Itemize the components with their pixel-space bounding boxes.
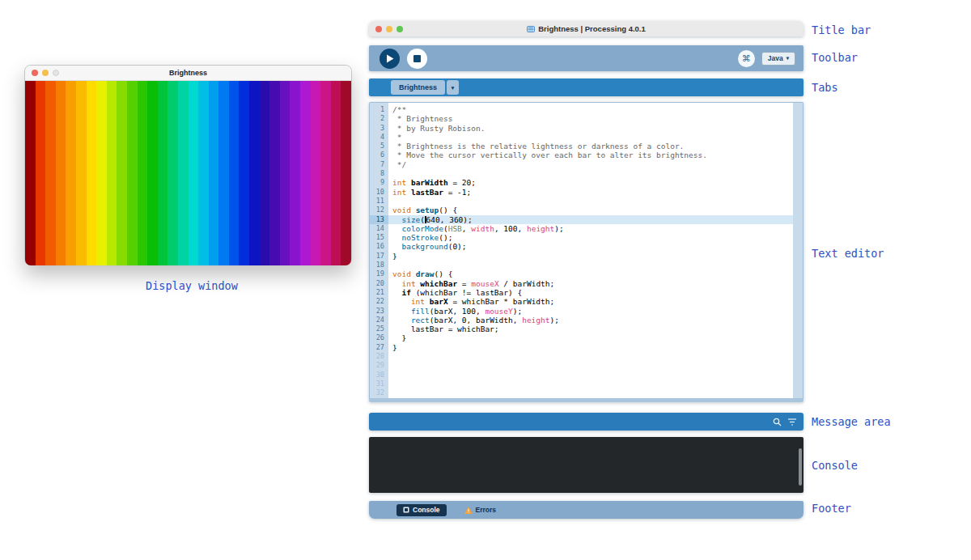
- line-number: 26: [370, 333, 388, 342]
- code-line[interactable]: /**: [388, 105, 793, 114]
- color-bar: [45, 81, 56, 265]
- code-line[interactable]: [388, 169, 793, 178]
- display-window-titlebar: Brightness: [25, 66, 351, 81]
- color-bar: [25, 81, 36, 265]
- code-line[interactable]: rect(barX, 0, barWidth, height);: [388, 316, 793, 325]
- debug-button[interactable]: ⌘: [738, 50, 755, 67]
- search-icon[interactable]: [773, 418, 782, 426]
- code-line[interactable]: lastBar = whichBar;: [388, 325, 793, 333]
- minimize-button[interactable]: [386, 26, 392, 32]
- line-number: 6: [370, 151, 388, 159]
- code-line[interactable]: [388, 352, 793, 361]
- color-bar: [229, 81, 240, 265]
- close-button[interactable]: [375, 26, 382, 32]
- line-number: 3: [370, 124, 388, 133]
- stop-button[interactable]: [407, 49, 427, 69]
- mode-label: Java: [768, 54, 783, 62]
- chevron-down-icon: ▼: [450, 85, 455, 91]
- stop-icon: [413, 55, 421, 62]
- color-bar: [87, 81, 97, 265]
- color-bar: [249, 81, 260, 265]
- code-line[interactable]: size(640, 360);: [388, 215, 793, 224]
- color-bar: [269, 81, 280, 265]
- color-bar: [127, 81, 138, 265]
- code-line[interactable]: [388, 388, 793, 397]
- run-button[interactable]: [379, 49, 400, 69]
- errors-tab-button[interactable]: Errors: [460, 505, 502, 515]
- code-line[interactable]: }: [388, 343, 793, 352]
- code-line[interactable]: int barX = whichBar * barWidth;: [388, 297, 793, 306]
- line-number: 22: [370, 297, 388, 306]
- line-number: 17: [370, 252, 388, 261]
- filter-icon[interactable]: [788, 418, 796, 426]
- line-number: 18: [370, 261, 388, 269]
- code-line[interactable]: [388, 261, 793, 269]
- code-line[interactable]: }: [388, 252, 793, 261]
- close-button[interactable]: [32, 70, 38, 76]
- console-icon: [403, 507, 409, 513]
- code-line[interactable]: [388, 361, 793, 370]
- code-line[interactable]: * Brightness is the relative lightness o…: [388, 142, 793, 151]
- traffic-lights: [32, 66, 59, 80]
- editor-gutter: 1234567891011121314151617181920212223242…: [370, 103, 388, 398]
- traffic-lights: [375, 21, 403, 36]
- code-line[interactable]: *: [388, 133, 793, 142]
- color-bar: [96, 81, 107, 265]
- color-bar: [167, 81, 178, 265]
- line-number: 7: [370, 160, 388, 169]
- ide-toolbar: ⌘ Java ▾: [369, 45, 804, 71]
- line-number: 12: [370, 206, 388, 214]
- color-bar: [158, 81, 168, 265]
- mode-selector[interactable]: Java ▾: [761, 52, 795, 66]
- code-line[interactable]: colorMode(HSB, width, 100, height);: [388, 224, 793, 233]
- console-tab-button[interactable]: Console: [396, 504, 447, 516]
- color-bar: [290, 81, 300, 265]
- code-line[interactable]: [388, 380, 793, 388]
- code-line[interactable]: if (whichBar != lastBar) {: [388, 288, 793, 297]
- editor-scrollbar[interactable]: [793, 103, 803, 398]
- color-bar: [198, 81, 209, 265]
- code-line[interactable]: int whichBar = mouseX / barWidth;: [388, 279, 793, 288]
- annotation-console: Console: [812, 459, 858, 472]
- code-line[interactable]: }: [388, 333, 793, 342]
- code-line[interactable]: background(0);: [388, 242, 793, 251]
- code-line[interactable]: * by Rusty Robison.: [388, 124, 793, 133]
- ide-text-editor[interactable]: 1234567891011121314151617181920212223242…: [369, 102, 804, 402]
- play-icon: [386, 54, 394, 63]
- line-number: 8: [370, 169, 388, 178]
- line-number: 15: [370, 233, 388, 242]
- color-bar: [260, 81, 270, 265]
- color-bar: [239, 81, 249, 265]
- line-number: 29: [370, 361, 388, 370]
- ide-tabs: Brightness ▼: [369, 78, 804, 96]
- color-bar: [147, 81, 158, 265]
- tab-menu-button[interactable]: ▼: [447, 80, 459, 95]
- code-area[interactable]: /** * Brightness * by Rusty Robison. * *…: [388, 103, 793, 398]
- display-canvas[interactable]: [25, 81, 351, 265]
- code-line[interactable]: int lastBar = -1;: [388, 188, 793, 197]
- tab-brightness[interactable]: Brightness: [391, 80, 445, 95]
- color-bar: [138, 81, 148, 265]
- code-line[interactable]: void draw() {: [388, 269, 793, 278]
- code-line[interactable]: void setup() {: [388, 206, 793, 214]
- code-line[interactable]: */: [388, 160, 793, 169]
- console-scrollbar[interactable]: [799, 448, 802, 486]
- code-line[interactable]: int barWidth = 20;: [388, 178, 793, 187]
- sketch-icon: [527, 25, 535, 33]
- code-line[interactable]: * Move the cursor vertically over each b…: [388, 151, 793, 159]
- minimize-button[interactable]: [42, 70, 49, 76]
- code-line[interactable]: fill(barX, 100, mouseY);: [388, 307, 793, 316]
- code-line[interactable]: [388, 197, 793, 206]
- ide-window: Brightness | Processing 4.0.1 ⌘ Java ▾: [369, 21, 804, 519]
- code-line[interactable]: [388, 371, 793, 380]
- line-number: 28: [370, 352, 388, 361]
- color-bar: [36, 81, 46, 265]
- color-bar: [280, 81, 290, 265]
- code-line[interactable]: noStroke();: [388, 233, 793, 242]
- line-number: 14: [370, 224, 388, 233]
- errors-tab-label: Errors: [476, 506, 497, 514]
- ide-console[interactable]: [369, 437, 804, 493]
- zoom-button[interactable]: [53, 70, 59, 76]
- code-line[interactable]: * Brightness: [388, 114, 793, 123]
- zoom-button[interactable]: [396, 26, 403, 32]
